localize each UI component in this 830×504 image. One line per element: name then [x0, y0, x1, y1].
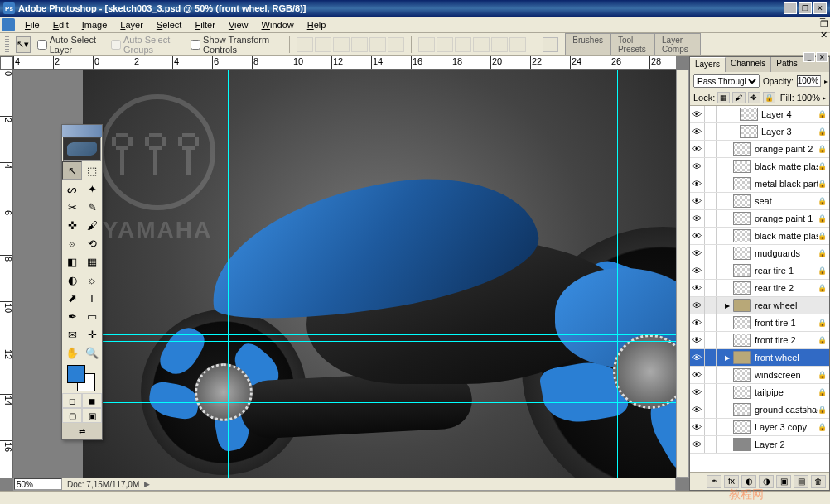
palette-tab-brushes[interactable]: Brushes — [565, 33, 610, 55]
new-fill-button[interactable]: ◑ — [759, 475, 774, 488]
hand-tool[interactable]: ✋ — [62, 343, 82, 362]
guide-horizontal[interactable] — [83, 334, 676, 335]
new-layer-button[interactable]: ▤ — [794, 475, 808, 488]
layer-visibility-toggle[interactable]: 👁 — [690, 175, 705, 192]
brush-tool[interactable]: 🖌 — [82, 216, 102, 234]
layer-row[interactable]: 👁black matte plastic 1🔒 — [690, 228, 829, 245]
notes-tool[interactable]: ✉ — [62, 325, 82, 343]
layer-name[interactable]: ground castshadow — [753, 405, 818, 415]
palette-tab-tool-presets[interactable]: Tool Presets — [610, 33, 654, 55]
options-grip[interactable] — [5, 36, 9, 53]
layer-link-cell[interactable] — [705, 401, 717, 418]
layer-row[interactable]: 👁Layer 2 — [690, 436, 829, 454]
align-right-button[interactable] — [388, 37, 404, 52]
layer-thumbnail[interactable] — [733, 334, 751, 347]
panel-close-button[interactable]: ✕ — [816, 52, 828, 62]
layer-row[interactable]: 👁tailpipe🔒 — [690, 384, 829, 401]
layer-row[interactable]: 👁▶front wheel — [690, 349, 829, 367]
folder-icon[interactable] — [733, 351, 751, 364]
layer-name[interactable]: front tire 2 — [753, 335, 818, 345]
layer-row[interactable]: 👁orange paint 1🔒 — [690, 210, 829, 228]
layer-link-cell[interactable] — [705, 367, 717, 383]
lock-position-button[interactable]: ✥ — [748, 92, 760, 103]
lock-transparency-button[interactable]: ▦ — [717, 92, 730, 103]
dist-left-button[interactable] — [473, 37, 490, 52]
layer-mask-button[interactable]: ◐ — [741, 475, 756, 488]
layer-name[interactable]: rear tire 2 — [753, 283, 818, 293]
layer-name[interactable]: metal black parts 3 — [753, 179, 818, 189]
crop-tool[interactable]: ✂ — [62, 198, 82, 216]
toolbox-header[interactable] — [62, 125, 102, 137]
layer-thumbnail[interactable] — [733, 177, 751, 190]
doc-close-button[interactable]: ✕ — [820, 30, 828, 41]
blend-mode-select[interactable]: Pass Through — [693, 74, 760, 88]
layer-visibility-toggle[interactable]: 👁 — [690, 314, 705, 331]
show-transform-checkbox[interactable]: Show Transform Controls — [191, 35, 282, 55]
minimize-button[interactable]: _ — [784, 2, 797, 14]
layer-thumbnail[interactable] — [740, 108, 758, 121]
layer-visibility-toggle[interactable]: 👁 — [690, 106, 705, 122]
layer-link-cell[interactable] — [705, 262, 717, 279]
layer-link-cell[interactable] — [705, 349, 717, 366]
layer-thumbnail[interactable] — [733, 438, 751, 451]
layers-list[interactable]: 👁Layer 4🔒👁Layer 3🔒👁orange paint 2🔒👁black… — [690, 106, 829, 472]
doc-minimize-button[interactable]: _ — [820, 9, 828, 19]
layer-row[interactable]: 👁ground castshadow🔒 — [690, 401, 829, 419]
layer-thumbnail[interactable] — [733, 316, 751, 329]
layer-row[interactable]: 👁seat🔒 — [690, 193, 829, 210]
auto-select-groups-checkbox[interactable]: Auto Select Groups — [111, 35, 184, 55]
layer-link-cell[interactable] — [705, 297, 717, 314]
canvas-viewport[interactable]: ⫯⫯⫯ YAMAHA — [13, 70, 676, 478]
slice-tool[interactable]: ✎ — [82, 198, 102, 216]
layer-visibility-toggle[interactable]: 👁 — [690, 158, 705, 175]
layer-row[interactable]: 👁black matte plastic 2🔒 — [690, 158, 829, 175]
layer-visibility-toggle[interactable]: 👁 — [690, 332, 705, 348]
layer-name[interactable]: front wheel — [753, 353, 818, 362]
toolbox[interactable]: ↖⬚ᔕ✦✂✎✜🖌⟐⟲◧▦◐☼⬈T✒▭✉✛✋🔍 ◻ ◼ ▢ ▣ ⇄ — [61, 124, 103, 440]
layer-visibility-toggle[interactable]: 👁 — [690, 349, 705, 366]
eraser-tool[interactable]: ◧ — [62, 252, 82, 271]
layer-row[interactable]: 👁metal black parts 3🔒 — [690, 175, 829, 193]
healing-tool[interactable]: ✜ — [62, 216, 82, 234]
menu-image[interactable]: Image — [75, 18, 114, 31]
palette-tab-layer-comps[interactable]: Layer Comps — [654, 33, 701, 55]
shape-tool[interactable]: ▭ — [82, 307, 102, 325]
layer-name[interactable]: windscreen — [753, 370, 818, 380]
pen-tool[interactable]: ✒ — [62, 307, 82, 325]
layer-visibility-toggle[interactable]: 👁 — [690, 262, 705, 279]
layer-link-cell[interactable] — [705, 436, 717, 453]
delete-layer-button[interactable]: 🗑 — [811, 475, 826, 488]
type-tool[interactable]: T — [82, 289, 102, 307]
zoom-input[interactable] — [14, 478, 62, 490]
layer-name[interactable]: tailpipe — [753, 387, 818, 397]
panel-tab-paths[interactable]: Paths — [771, 57, 803, 72]
dist-right-button[interactable] — [509, 37, 526, 52]
layer-thumbnail[interactable] — [733, 160, 751, 173]
panel-tab-channels[interactable]: Channels — [726, 57, 771, 72]
gradient-tool[interactable]: ▦ — [82, 252, 102, 271]
layer-thumbnail[interactable] — [733, 194, 751, 208]
fill-value[interactable]: 100% — [797, 93, 820, 103]
jump-to-imageready-button[interactable]: ⇄ — [62, 423, 102, 439]
zoom-tool[interactable]: 🔍 — [82, 343, 102, 362]
link-layers-button[interactable]: ⚭ — [707, 475, 721, 488]
layer-name[interactable]: rear tire 1 — [753, 266, 818, 276]
layer-visibility-toggle[interactable]: 👁 — [690, 384, 705, 401]
layer-name[interactable]: rear wheel — [753, 300, 818, 310]
layer-link-cell[interactable] — [705, 123, 717, 140]
layer-visibility-toggle[interactable]: 👁 — [690, 367, 705, 383]
blur-tool[interactable]: ◐ — [62, 271, 82, 289]
guide-horizontal[interactable] — [83, 341, 676, 342]
menu-window[interactable]: Window — [255, 18, 301, 31]
layer-thumbnail[interactable] — [733, 264, 751, 277]
fill-arrow-icon[interactable]: ▸ — [823, 94, 826, 102]
layer-thumbnail[interactable] — [733, 142, 751, 156]
layer-link-cell[interactable] — [705, 314, 717, 331]
current-tool-icon[interactable]: ↖▾ — [16, 36, 31, 53]
layer-link-cell[interactable] — [705, 193, 717, 209]
stamp-tool[interactable]: ⟐ — [62, 234, 82, 252]
dodge-tool[interactable]: ☼ — [82, 271, 102, 289]
doc-restore-button[interactable]: ❐ — [820, 19, 828, 30]
history-brush-tool[interactable]: ⟲ — [82, 234, 102, 252]
menu-file[interactable]: File — [18, 18, 46, 31]
